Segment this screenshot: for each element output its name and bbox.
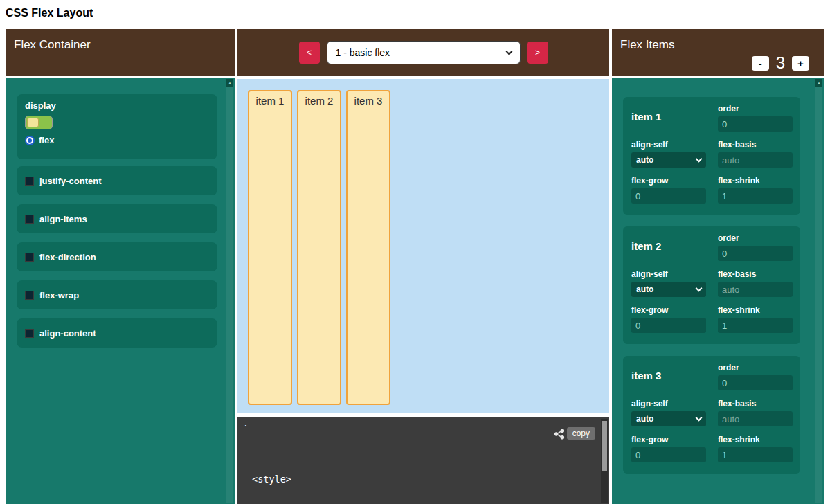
flex-item-box-1: item 1: [248, 90, 292, 405]
add-item-button[interactable]: +: [792, 56, 809, 71]
align-self-select[interactable]: auto: [631, 411, 706, 426]
chevron-down-icon: [696, 155, 703, 162]
right-scrollbar[interactable]: ▲: [815, 79, 822, 503]
flex-grow-input[interactable]: [631, 188, 706, 204]
display-option-panel: display flex: [17, 94, 217, 159]
prev-example-button[interactable]: <: [299, 42, 320, 64]
justify-content-label: justify-content: [39, 176, 102, 186]
align-items-label: align-items: [39, 214, 87, 224]
chevron-down-icon: [505, 48, 512, 55]
flex-wrap-label: flex-wrap: [39, 290, 79, 300]
code-line: <style>: [252, 473, 359, 486]
item-card-3: item 3 order align-self auto flex-basis: [623, 356, 800, 474]
code-panel: . copy <style> .flex-container { display…: [237, 417, 609, 504]
scrollbar-thumb[interactable]: [602, 421, 607, 471]
flex-shrink-input[interactable]: [718, 447, 793, 462]
option-panel-justify-content: justify-content: [17, 166, 217, 195]
scroll-up-icon[interactable]: ▲: [226, 79, 233, 87]
flex-container-header: Flex Container: [6, 29, 235, 76]
align-self-value: auto: [636, 414, 653, 424]
flex-direction-label: flex-direction: [39, 252, 96, 262]
flex-basis-label: flex-basis: [718, 399, 792, 408]
code-marker: .: [243, 418, 249, 429]
item-card-title: item 2: [631, 240, 718, 261]
align-self-label: align-self: [631, 269, 718, 279]
code-block: <style> .flex-container { display: flex;: [252, 447, 359, 504]
code-scrollbar[interactable]: [601, 419, 608, 503]
flex-radio[interactable]: [25, 136, 35, 145]
example-select-value: 1 - basic flex: [336, 47, 390, 58]
order-input[interactable]: [718, 116, 793, 132]
align-self-select[interactable]: auto: [631, 282, 706, 297]
flex-shrink-label: flex-shrink: [718, 305, 792, 315]
example-select[interactable]: 1 - basic flex: [327, 41, 521, 64]
flex-basis-label: flex-basis: [718, 140, 792, 150]
order-input[interactable]: [718, 375, 793, 390]
align-self-label: align-self: [631, 140, 718, 150]
flex-basis-label: flex-basis: [718, 269, 792, 279]
flex-grow-label: flex-grow: [631, 176, 718, 186]
flex-grow-input[interactable]: [631, 318, 706, 333]
order-input[interactable]: [718, 246, 793, 261]
item-card-1: item 1 order align-self auto flex-basis: [623, 97, 800, 215]
option-panel-align-content: align-content: [17, 318, 217, 348]
left-scrollbar[interactable]: ▲: [226, 79, 233, 503]
flex-shrink-input[interactable]: [718, 318, 793, 333]
flex-wrap-checkbox[interactable]: [25, 291, 34, 300]
flex-shrink-label: flex-shrink: [718, 176, 792, 186]
item-count: 3: [776, 53, 785, 73]
toggle-knob: [27, 118, 39, 127]
order-label: order: [718, 363, 792, 372]
item-card-2: item 2 order align-self auto flex-basis: [623, 226, 800, 344]
chevron-down-icon: [696, 285, 703, 291]
scroll-up-icon[interactable]: ▲: [815, 79, 822, 87]
share-icon[interactable]: [554, 429, 565, 440]
flex-container-title: Flex Container: [14, 38, 91, 52]
item-count-controls: - 3 +: [752, 53, 809, 73]
flex-items-panel: Flex Items - 3 + item 1 order align-self…: [612, 29, 824, 504]
flex-container-body: display flex justify-content align-items…: [6, 78, 235, 504]
flex-shrink-input[interactable]: [718, 188, 793, 204]
flex-basis-input[interactable]: [718, 282, 793, 297]
option-panel-align-items: align-items: [17, 204, 217, 233]
flex-item-box-2: item 2: [297, 90, 341, 405]
align-self-value: auto: [636, 155, 653, 165]
preview-column: < 1 - basic flex > item 1 item 2 item 3 …: [237, 29, 609, 504]
flex-grow-input[interactable]: [631, 447, 706, 462]
display-flex-radio-row: flex: [25, 135, 209, 145]
flex-container-panel: Flex Container display flex justify-cont…: [6, 29, 235, 504]
align-items-checkbox[interactable]: [25, 215, 34, 224]
align-self-select[interactable]: auto: [631, 152, 706, 168]
flex-radio-label: flex: [39, 135, 54, 145]
item-card-title: item 3: [631, 370, 718, 390]
flex-grow-label: flex-grow: [631, 305, 718, 315]
flex-items-header: Flex Items - 3 +: [612, 29, 824, 76]
next-example-button[interactable]: >: [527, 42, 548, 64]
page-title: CSS Flex Layout: [6, 7, 93, 19]
flex-items-body: item 1 order align-self auto flex-basis: [612, 78, 824, 504]
justify-content-checkbox[interactable]: [25, 177, 34, 186]
chevron-down-icon: [696, 414, 703, 421]
align-content-checkbox[interactable]: [25, 329, 34, 338]
remove-item-button[interactable]: -: [752, 56, 769, 71]
example-nav-header: < 1 - basic flex >: [237, 29, 609, 76]
align-content-label: align-content: [39, 328, 96, 339]
flex-basis-input[interactable]: [718, 152, 793, 168]
copy-button[interactable]: copy: [567, 427, 595, 440]
option-panel-flex-direction: flex-direction: [17, 242, 217, 271]
option-panel-flex-wrap: flex-wrap: [17, 280, 217, 309]
item-card-title: item 1: [631, 111, 718, 132]
flex-item-box-3: item 3: [346, 90, 390, 405]
display-label: display: [25, 100, 209, 111]
flex-items-title: Flex Items: [620, 38, 674, 52]
align-self-value: auto: [636, 285, 653, 294]
display-toggle[interactable]: [25, 116, 53, 129]
order-label: order: [718, 233, 792, 243]
flex-shrink-label: flex-shrink: [718, 435, 792, 444]
align-self-label: align-self: [631, 399, 718, 408]
flex-basis-input[interactable]: [718, 411, 793, 426]
order-label: order: [718, 104, 792, 114]
flex-preview-area: item 1 item 2 item 3: [237, 79, 609, 413]
flex-direction-checkbox[interactable]: [25, 253, 34, 262]
flex-grow-label: flex-grow: [631, 435, 718, 444]
